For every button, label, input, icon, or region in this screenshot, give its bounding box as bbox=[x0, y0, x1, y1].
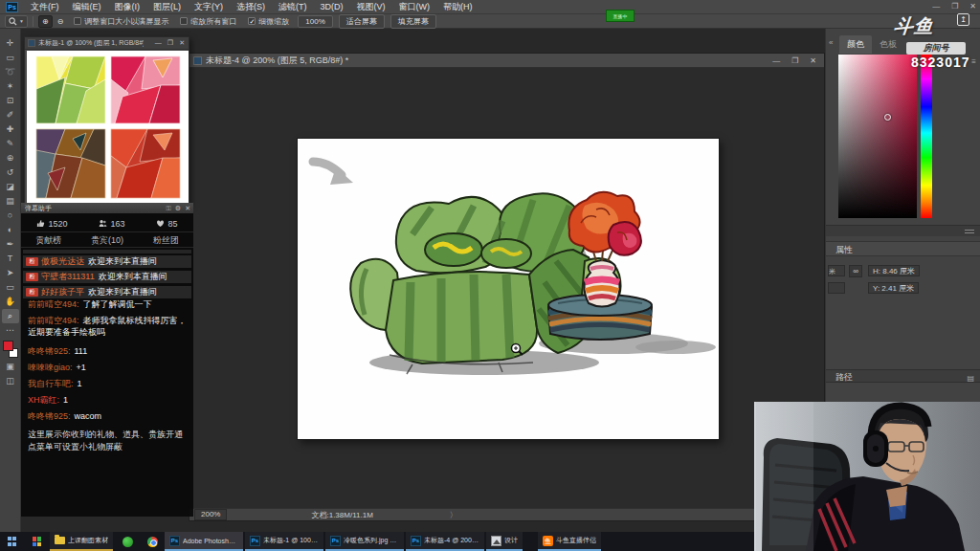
app-close-button[interactable]: ✕ bbox=[969, 0, 976, 13]
chat-username[interactable]: 前前晴空494: bbox=[28, 299, 79, 309]
clone-stamp-tool[interactable]: ⊕ bbox=[2, 151, 19, 165]
eraser-tool[interactable]: ◪ bbox=[2, 180, 19, 194]
color-cursor[interactable] bbox=[884, 114, 891, 121]
chat-username[interactable]: 傲极光达达 bbox=[41, 255, 84, 268]
doc-close-button[interactable]: ✕ bbox=[810, 56, 816, 65]
doc-minimize-button[interactable]: — bbox=[772, 56, 780, 65]
quick-mask-tool[interactable]: ▣ bbox=[2, 360, 19, 374]
chat-username[interactable]: 我自行车吧: bbox=[28, 379, 74, 388]
status-chevron-icon[interactable]: 〉 bbox=[450, 510, 457, 520]
panel-menu-icon[interactable]: ≡ bbox=[971, 57, 976, 66]
height-field[interactable]: H: 8.46 厘米 bbox=[868, 265, 920, 276]
menu-3d[interactable]: 3D(D) bbox=[314, 0, 350, 14]
move-tool[interactable]: ✛ bbox=[2, 36, 19, 51]
chat-message-list[interactable]: 前前晴空494:了解了解调侃一下 前前晴空494:老师我拿鼠标线抖得厉害，近期要… bbox=[28, 298, 189, 427]
zoom-100-button[interactable]: 100% bbox=[298, 15, 332, 28]
lock-icon[interactable]: ⚿ bbox=[167, 205, 171, 212]
doc-restore-button[interactable]: ❐ bbox=[791, 56, 798, 65]
lasso-tool[interactable]: ➰ bbox=[2, 65, 19, 79]
menu-view[interactable]: 视图(V) bbox=[350, 0, 392, 14]
history-brush-tool[interactable]: ↺ bbox=[2, 165, 19, 180]
app-restore-button[interactable]: ❐ bbox=[951, 0, 958, 13]
zoom-in-mode-button[interactable]: ⊕ bbox=[38, 15, 53, 28]
crop-tool[interactable]: ⊡ bbox=[2, 94, 19, 108]
taskbar-window-photoshop[interactable]: Ps Adobe Photoshop... bbox=[165, 532, 243, 551]
tab-color[interactable]: 颜色 bbox=[839, 35, 872, 54]
shape-tool[interactable]: ▭ bbox=[2, 280, 19, 295]
small-doc-titlebar[interactable]: 未标题-1 @ 100% (图层 1, RGB/8#) * — ❐ ✕ bbox=[25, 37, 189, 50]
chat-username[interactable]: 前前晴空494: bbox=[28, 316, 79, 325]
brush-tool[interactable]: ✎ bbox=[2, 137, 19, 151]
fill-screen-button[interactable]: 填充屏幕 bbox=[390, 14, 436, 29]
taskbar-folder-item[interactable]: 上课翻图素材 bbox=[50, 532, 113, 551]
chat-username[interactable]: 唻唻唻giao: bbox=[28, 363, 73, 372]
taskbar-green-app[interactable] bbox=[115, 532, 140, 551]
doc-minimize-button[interactable]: — bbox=[155, 39, 162, 47]
foreground-color-swatch[interactable] bbox=[3, 341, 13, 351]
taskbar-window-untitled1[interactable]: Ps 未标题-1 @ 100%... bbox=[245, 532, 323, 551]
doc-close-button[interactable]: ✕ bbox=[179, 39, 185, 47]
gradient-tool[interactable]: ▤ bbox=[2, 194, 19, 209]
taskbar-window-jpg[interactable]: Ps 冷暖色系列.jpg @ ... bbox=[325, 532, 404, 551]
hue-slider[interactable] bbox=[921, 55, 932, 218]
zoom-out-mode-button[interactable]: ⊖ bbox=[55, 16, 67, 27]
chat-username[interactable]: 咚咚锵925: bbox=[28, 346, 71, 356]
tab-fans[interactable]: 粉丝团 bbox=[153, 234, 179, 247]
scrubby-zoom-checkbox[interactable]: ✓ 细微缩放 bbox=[248, 16, 289, 27]
screen-mode-tool[interactable]: ◫ bbox=[2, 374, 19, 388]
menu-layer[interactable]: 图层(L) bbox=[146, 0, 188, 14]
menu-image[interactable]: 图像(I) bbox=[108, 0, 147, 14]
width-field-cut[interactable]: 米 bbox=[828, 265, 845, 276]
app-minimize-button[interactable]: — bbox=[932, 0, 940, 13]
tab-vip[interactable]: 贵宾(10) bbox=[91, 234, 123, 247]
widgets-button[interactable] bbox=[25, 532, 50, 551]
taskbar-window-douyu[interactable]: 鱼 斗鱼直播伴侣 bbox=[538, 532, 601, 551]
resize-grip-icon[interactable] bbox=[965, 230, 974, 233]
zoom-level-field[interactable]: 200% bbox=[194, 509, 227, 520]
menu-select[interactable]: 选择(S) bbox=[230, 0, 272, 14]
fit-screen-button[interactable]: 适合屏幕 bbox=[339, 14, 385, 29]
type-tool[interactable]: T bbox=[2, 252, 19, 266]
zoom-tool-preset[interactable]: ▼ bbox=[5, 15, 28, 28]
magic-wand-tool[interactable]: ✶ bbox=[2, 79, 19, 94]
tab-contribution[interactable]: 贡献榜 bbox=[35, 234, 61, 247]
eyedropper-tool[interactable]: ✐ bbox=[2, 108, 19, 122]
chat-username[interactable]: 守壁者311311 bbox=[41, 271, 95, 283]
paths-panel-header[interactable]: 路径 ▤ bbox=[826, 369, 980, 383]
menu-edit[interactable]: 编辑(E) bbox=[66, 0, 108, 14]
menu-help[interactable]: 帮助(H) bbox=[436, 0, 479, 14]
taskbar-window-photos[interactable]: 设计 bbox=[486, 532, 523, 551]
chat-username[interactable]: XH霸红: bbox=[28, 395, 59, 405]
more-tools-ellipsis[interactable]: ⋯ bbox=[2, 323, 19, 338]
y-field[interactable]: Y: 2.41 厘米 bbox=[868, 282, 919, 294]
hand-tool[interactable]: ✋ bbox=[2, 295, 19, 309]
menu-type[interactable]: 文字(Y) bbox=[188, 0, 230, 14]
artboard[interactable] bbox=[298, 139, 719, 439]
x-field-cut[interactable] bbox=[828, 282, 845, 294]
dodge-tool[interactable]: ◐ bbox=[2, 223, 19, 237]
menu-filter[interactable]: 滤镜(T) bbox=[272, 0, 314, 14]
canvas-area[interactable] bbox=[189, 68, 824, 508]
color-picker-field[interactable] bbox=[838, 55, 917, 218]
main-doc-titlebar[interactable]: 未标题-4 @ 200% (图层 5, RGB/8#) * — ❐ ✕ bbox=[189, 54, 824, 68]
blur-tool[interactable]: ○ bbox=[2, 209, 19, 223]
taskbar-chrome[interactable] bbox=[140, 532, 165, 551]
link-dimensions-icon[interactable]: ∞ bbox=[849, 265, 862, 277]
properties-panel-header[interactable]: 属性 bbox=[826, 241, 980, 256]
start-button[interactable] bbox=[0, 532, 25, 551]
chat-username[interactable]: 咚咚锵925: bbox=[28, 411, 71, 421]
menu-file[interactable]: 文件(F) bbox=[24, 0, 66, 14]
menu-window[interactable]: 窗口(W) bbox=[392, 0, 437, 14]
close-icon[interactable]: ✕ bbox=[185, 205, 190, 212]
chat-header[interactable]: 弹幕助手 ⚿ ⚙ ✕ bbox=[21, 203, 193, 213]
path-select-tool[interactable]: ➤ bbox=[2, 266, 19, 280]
resize-windows-checkbox[interactable]: 调整窗口大小以满屏显示 bbox=[74, 16, 168, 27]
small-doc-canvas[interactable] bbox=[27, 51, 187, 202]
pen-tool[interactable]: ✒ bbox=[2, 237, 19, 252]
zoom-all-windows-checkbox[interactable]: 缩放所有窗口 bbox=[180, 16, 236, 27]
chat-username[interactable]: 好好孩子平 bbox=[41, 286, 84, 298]
doc-restore-button[interactable]: ❐ bbox=[167, 39, 173, 47]
zoom-tool[interactable]: ⌕ bbox=[2, 309, 19, 323]
taskbar-window-untitled4[interactable]: Ps 未标题-4 @ 200%... bbox=[406, 532, 484, 551]
healing-brush-tool[interactable]: ✚ bbox=[2, 122, 19, 137]
